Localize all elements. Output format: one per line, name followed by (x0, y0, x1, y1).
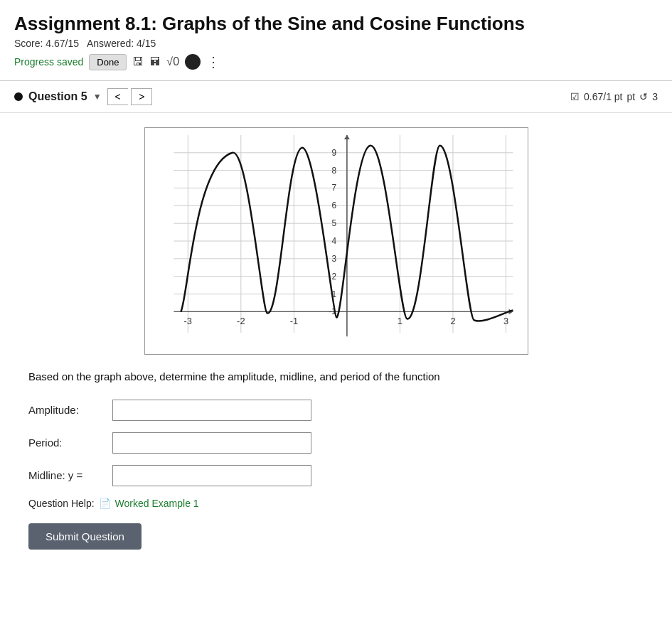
amplitude-input[interactable] (112, 400, 311, 421)
svg-text:6: 6 (331, 200, 336, 210)
graph-svg: -3 -2 -1 1 2 3 -1 1 2 3 4 5 6 7 8 9 (145, 128, 528, 354)
done-button[interactable]: Done (89, 54, 127, 70)
midline-label: Midline: y = (28, 469, 107, 481)
svg-text:2: 2 (450, 316, 455, 326)
retry-icon: ↺ (639, 91, 648, 102)
content-area: -3 -2 -1 1 2 3 -1 1 2 3 4 5 6 7 8 9 Base… (0, 113, 672, 564)
graph-container: -3 -2 -1 1 2 3 -1 1 2 3 4 5 6 7 8 9 (144, 127, 528, 355)
svg-text:3: 3 (331, 254, 336, 264)
svg-text:8: 8 (331, 166, 336, 176)
svg-text:9: 9 (331, 148, 336, 158)
svg-text:-1: -1 (289, 316, 297, 326)
pt-label: pt (627, 91, 636, 102)
question-text: Based on the graph above, determine the … (28, 369, 644, 385)
help-label: Question Help: (28, 498, 95, 509)
period-input[interactable] (112, 432, 311, 454)
prev-question-button[interactable]: < (107, 88, 128, 105)
retry-count: 3 (652, 91, 658, 102)
score-text: Score: 4.67/15 (14, 38, 79, 49)
question-bar: Question 5 ▼ < > ☑ 0.67/1 pt pt ↺ 3 (0, 81, 672, 113)
midline-row: Midline: y = (28, 465, 644, 486)
svg-marker-20 (343, 135, 349, 139)
save-icon[interactable]: 🖫 (132, 55, 144, 68)
worked-example-link[interactable]: Worked Example 1 (115, 498, 199, 509)
question-dropdown-icon[interactable]: ▼ (93, 92, 102, 102)
question-status-dot (14, 92, 23, 101)
period-label: Period: (28, 437, 107, 449)
score-value: 0.67/1 pt (584, 91, 623, 102)
help-row: Question Help: 📄 Worked Example 1 (28, 498, 644, 509)
svg-text:1: 1 (397, 316, 402, 326)
svg-text:-3: -3 (183, 316, 191, 326)
score-row: Score: 4.67/15 Answered: 4/15 (14, 38, 658, 49)
svg-text:-2: -2 (237, 316, 245, 326)
page-title: Assignment 8.1: Graphs of the Sine and C… (14, 13, 658, 35)
svg-text:5: 5 (331, 218, 336, 228)
nav-buttons: < > (107, 88, 153, 105)
dark-mode-toggle[interactable] (185, 54, 201, 70)
amplitude-row: Amplitude: (28, 400, 644, 421)
question-label: Question 5 (28, 90, 87, 103)
svg-text:7: 7 (331, 183, 336, 193)
page-header: Assignment 8.1: Graphs of the Sine and C… (0, 0, 672, 81)
checkmark-icon: ☑ (570, 91, 580, 102)
sqrt-icon[interactable]: √0 (166, 55, 179, 68)
toolbar: Progress saved Done 🖫 🖬 √0 ⋮ (14, 53, 658, 77)
question-left: Question 5 ▼ < > (14, 88, 152, 105)
svg-text:4: 4 (331, 236, 336, 246)
cloud-icon[interactable]: 🖬 (149, 55, 161, 68)
svg-text:3: 3 (503, 316, 508, 326)
svg-text:2: 2 (331, 272, 336, 282)
more-options-icon[interactable]: ⋮ (206, 53, 221, 70)
next-question-button[interactable]: > (131, 88, 152, 105)
question-score: ☑ 0.67/1 pt pt ↺ 3 (570, 91, 658, 102)
progress-saved-label: Progress saved (14, 56, 83, 68)
answered-text: Answered: 4/15 (87, 38, 156, 49)
period-row: Period: (28, 432, 644, 454)
amplitude-label: Amplitude: (28, 404, 107, 416)
midline-input[interactable] (112, 465, 311, 486)
document-icon: 📄 (99, 498, 111, 509)
submit-button[interactable]: Submit Question (28, 523, 142, 550)
